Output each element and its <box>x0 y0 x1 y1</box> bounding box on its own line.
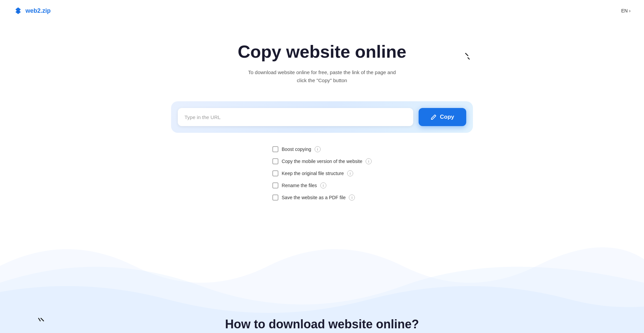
rename-files-label: Rename the files <box>282 183 317 188</box>
decorative-marks-top <box>456 52 470 66</box>
main-content: Copy website online To download website … <box>0 21 644 201</box>
checkbox-keep-structure[interactable] <box>272 170 278 176</box>
option-copy-mobile[interactable]: Copy the mobile version of the website i <box>272 158 372 164</box>
svg-line-3 <box>41 318 44 321</box>
option-rename-files[interactable]: Rename the files i <box>272 182 326 188</box>
how-section: How to download website online? <box>225 317 419 331</box>
copy-mobile-info-icon[interactable]: i <box>366 158 372 164</box>
svg-line-1 <box>468 58 470 59</box>
options-container: Boost copying i Copy the mobile version … <box>272 146 372 201</box>
hero-title: Copy website online <box>238 42 407 62</box>
checkbox-save-pdf[interactable] <box>272 195 278 201</box>
wave-background <box>0 199 644 333</box>
url-input[interactable] <box>178 108 413 126</box>
chevron-right-icon: › <box>629 8 631 13</box>
logo-text: web2.zip <box>25 7 51 14</box>
language-label: EN <box>621 8 628 13</box>
how-title: How to download website online? <box>225 317 419 331</box>
pencil-icon <box>431 114 437 120</box>
logo[interactable]: web2.zip <box>13 6 51 15</box>
boost-copying-info-icon[interactable]: i <box>315 146 321 152</box>
option-keep-structure[interactable]: Keep the original file structure i <box>272 170 353 176</box>
checkbox-rename-files[interactable] <box>272 182 278 188</box>
logo-icon <box>13 6 23 15</box>
save-pdf-info-icon[interactable]: i <box>349 195 355 201</box>
keep-structure-info-icon[interactable]: i <box>347 170 353 176</box>
svg-line-2 <box>39 318 40 321</box>
copy-button[interactable]: Copy <box>419 108 467 126</box>
option-boost-copying[interactable]: Boost copying i <box>272 146 321 152</box>
checkbox-copy-mobile[interactable] <box>272 158 278 164</box>
hero-subtitle: To download website online for free, pas… <box>248 68 396 85</box>
boost-copying-label: Boost copying <box>282 147 311 152</box>
option-save-pdf[interactable]: Save the website as a PDF file i <box>272 195 355 201</box>
decorative-marks-bottom <box>34 308 50 323</box>
keep-structure-label: Keep the original file structure <box>282 171 344 176</box>
language-selector[interactable]: EN › <box>621 8 631 13</box>
checkbox-boost-copying[interactable] <box>272 146 278 152</box>
save-pdf-label: Save the website as a PDF file <box>282 195 346 200</box>
copy-mobile-label: Copy the mobile version of the website <box>282 159 362 164</box>
header: web2.zip EN › <box>0 0 644 21</box>
svg-line-0 <box>466 53 468 56</box>
search-area: Copy <box>171 101 473 133</box>
rename-files-info-icon[interactable]: i <box>320 182 326 188</box>
